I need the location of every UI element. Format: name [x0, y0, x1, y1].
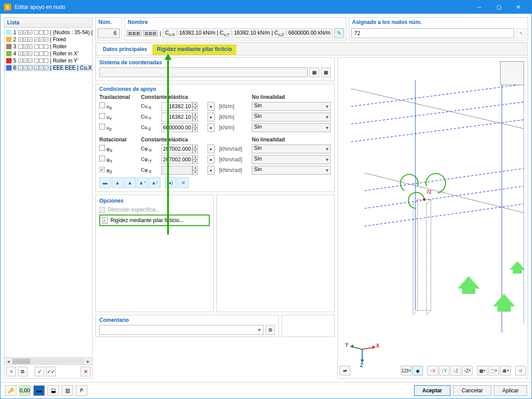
coord-system-group: Sistema de coordenadas ▦ ▦	[95, 57, 335, 81]
list-item[interactable]: 1 | (Nudos : 35-54) | H	[4, 29, 92, 36]
minimize-button[interactable]: ─	[469, 0, 489, 14]
assigned-box: Asignado a los nudos núm. ↖	[349, 17, 528, 40]
check-button[interactable]: ✓	[35, 367, 44, 376]
value-menu-button[interactable]: ▸	[207, 123, 215, 132]
view-y-button[interactable]: ↑Y	[439, 366, 450, 376]
close-button[interactable]: ✕	[509, 0, 528, 14]
nonlinearity-combo[interactable]: Sin	[252, 123, 331, 132]
svg-rect-8	[418, 200, 431, 310]
coord-new-button[interactable]: ▦	[309, 67, 319, 77]
view-link-button[interactable]: ⇄	[340, 366, 350, 376]
option-fict-label: Rigidez mediante pilar ficticio...	[110, 217, 184, 223]
view-mode-1-button[interactable]: ▬	[33, 385, 45, 396]
view-numbers-button[interactable]: 123▾	[401, 366, 411, 376]
checkbox-icon[interactable]	[99, 156, 105, 161]
checkbox-icon[interactable]	[102, 218, 108, 223]
copy-item-button[interactable]: ⧉	[18, 367, 27, 376]
number-input[interactable]	[98, 28, 120, 38]
preset-free-button[interactable]: ✕	[177, 177, 189, 188]
name-box: Nombre ▥▥▥ ▥▥▥ | Cu,X : 16382.10 kN/m | …	[125, 17, 346, 40]
checkbox-icon[interactable]	[99, 145, 105, 151]
view-projection-button[interactable]: ⬚▾	[489, 366, 499, 376]
preset-pinned-button[interactable]: ▲	[112, 177, 123, 188]
options-right-group	[216, 195, 335, 312]
checkbox-icon[interactable]	[99, 102, 105, 108]
apply-button[interactable]: Aplicar	[494, 385, 527, 396]
check-all-button[interactable]: ✓✓	[46, 367, 56, 376]
view-show-button[interactable]: ◉	[412, 366, 423, 376]
coord-dropdown[interactable]	[99, 67, 308, 77]
list-item[interactable]: 3 | Roller	[4, 43, 92, 50]
edit-name-button[interactable]: ✎	[334, 28, 344, 38]
ok-button[interactable]: Aceptar	[414, 385, 451, 396]
list-item[interactable]: 5 | Roller in Y'	[4, 57, 92, 64]
spring-value-input[interactable]: ▴▾	[161, 155, 206, 164]
nonlinearity-combo[interactable]: Sin	[252, 145, 331, 153]
scroll-right-icon[interactable]: ▸	[85, 358, 91, 364]
view-reset-button[interactable]: ↺	[515, 366, 526, 376]
units-button[interactable]: 0,00	[19, 385, 31, 396]
svg-line-0	[351, 84, 524, 106]
view-print-button[interactable]: 🖶▾	[500, 366, 511, 376]
preset-sound-button[interactable]: ◂)	[165, 177, 176, 188]
coord-edit-button[interactable]: ▦	[321, 67, 331, 77]
preset-roller-x-button[interactable]: ▲ˣ	[137, 177, 148, 188]
option-fictitious-column[interactable]: Rigidez mediante pilar ficticio...	[102, 216, 207, 224]
nonlinearity-combo[interactable]: Sin	[252, 102, 331, 111]
option-specific-direction[interactable]: Dirección específica...	[99, 206, 210, 214]
comment-aux-box	[282, 315, 335, 337]
node-number-label: 72	[426, 190, 431, 195]
checkbox-icon[interactable]	[99, 167, 105, 172]
nonlinearity-combo[interactable]: Sin	[252, 155, 331, 164]
checkbox-icon[interactable]	[99, 113, 105, 119]
scroll-left-icon[interactable]: ◂	[5, 358, 12, 364]
horizontal-scrollbar[interactable]: ◂ ▸	[4, 357, 92, 364]
value-menu-button[interactable]: ▸	[207, 155, 215, 164]
tab-main-data[interactable]: Datos principales	[98, 44, 152, 55]
view-mode-2-button[interactable]: ⬓	[47, 385, 59, 396]
pick-nodes-button[interactable]: ↖	[516, 28, 526, 38]
value-menu-button[interactable]: ▸	[207, 166, 215, 175]
help-button[interactable]: 🔑	[5, 385, 16, 396]
view-iso-button[interactable]: ↑Z▾	[462, 366, 473, 376]
comment-library-button[interactable]: ⧉	[266, 325, 275, 335]
delete-button[interactable]: ✕	[81, 367, 90, 376]
view-mode-3-button[interactable]: ▥	[62, 385, 73, 396]
list-item[interactable]: 2 | Fixed	[4, 36, 92, 43]
view-render-button[interactable]: ▦▾	[477, 366, 488, 376]
value-menu-button[interactable]: ▸	[207, 145, 215, 153]
list-body[interactable]: 1 | (Nudos : 35-54) | H 2 | Fixed 3 | Ro…	[4, 28, 92, 357]
preset-roller-button[interactable]: ▲	[124, 177, 136, 188]
tab-bar: Datos principales Rigidez mediante pilar…	[95, 42, 528, 55]
model-drawing	[338, 58, 524, 368]
svg-marker-22	[350, 344, 353, 348]
model-viewport[interactable]: 72 X Y Z	[337, 57, 528, 379]
comment-group: Comentario ⧉	[95, 315, 279, 337]
checkbox-icon[interactable]	[99, 124, 105, 129]
spring-value-input[interactable]: ▴▾	[161, 166, 206, 175]
support-cond-title: Condiciones de apoyo	[99, 86, 331, 92]
nonlinearity-combo[interactable]: Sin	[252, 166, 331, 175]
spring-value-input[interactable]: ▴▾	[161, 123, 206, 132]
spring-value-input[interactable]: ▴▾	[161, 113, 206, 121]
formula-button[interactable]: f²	[76, 385, 87, 396]
preset-roller-y-button[interactable]: ▲ʸ	[149, 177, 160, 188]
spring-value-input[interactable]: ▴▾	[161, 145, 206, 153]
maximize-button[interactable]: ▢	[489, 0, 509, 14]
value-menu-button[interactable]: ▸	[207, 102, 215, 111]
spring-value-input[interactable]: ▴▾	[161, 102, 206, 111]
navigation-cube[interactable]	[500, 61, 524, 85]
assigned-nodes-input[interactable]	[351, 28, 514, 38]
value-menu-button[interactable]: ▸	[207, 113, 215, 121]
new-item-button[interactable]: ✧	[6, 367, 16, 376]
list-item[interactable]: 4 | Roller in X'	[4, 50, 92, 57]
cancel-button[interactable]: Cancelar	[453, 385, 491, 396]
list-item[interactable]: 6 | EEE EEE | Cu,X : 16382.10 kN	[4, 64, 92, 71]
checkbox-icon[interactable]	[99, 207, 105, 213]
view-x-button[interactable]: ↑X	[427, 366, 438, 376]
preset-fixed-button[interactable]: ▬	[99, 177, 111, 188]
tab-stiffness-column[interactable]: Rigidez mediante pilar ficticio	[153, 44, 236, 55]
comment-combo[interactable]	[99, 325, 264, 335]
view-z-button[interactable]: ↑Z	[450, 366, 461, 376]
nonlinearity-combo[interactable]: Sin	[252, 113, 331, 121]
